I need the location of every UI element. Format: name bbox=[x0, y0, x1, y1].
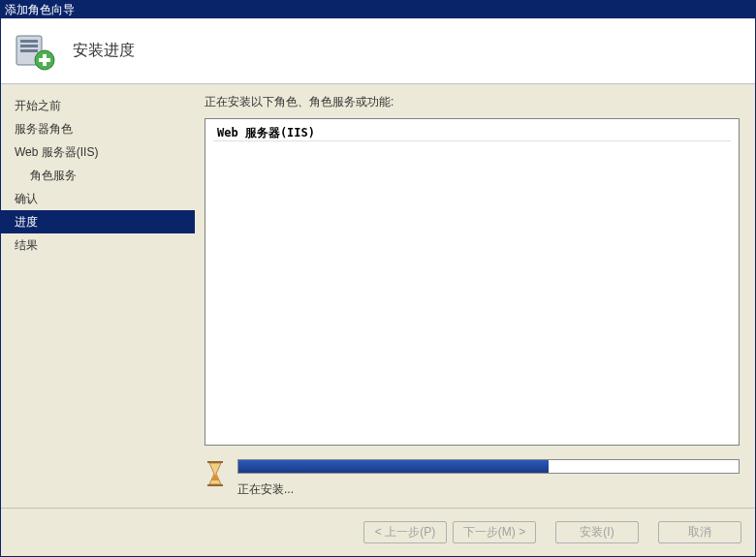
progress-status-text: 正在安装... bbox=[237, 481, 740, 498]
sidebar-item-role-services[interactable]: 角色服务 bbox=[1, 164, 195, 187]
page-title: 安装进度 bbox=[73, 41, 135, 61]
progress-stack: 正在安装... bbox=[237, 459, 740, 498]
header: 安装进度 bbox=[1, 18, 755, 84]
svg-rect-2 bbox=[20, 45, 38, 47]
sidebar-item-confirmation[interactable]: 确认 bbox=[1, 187, 195, 210]
svg-rect-6 bbox=[39, 58, 50, 62]
sidebar: 开始之前 服务器角色 Web 服务器(IIS) 角色服务 确认 进度 结果 bbox=[1, 84, 195, 508]
next-button[interactable]: 下一步(M) > bbox=[453, 521, 536, 543]
server-role-icon bbox=[13, 30, 55, 73]
cancel-button[interactable]: 取消 bbox=[658, 521, 741, 543]
progress-area: 正在安装... bbox=[205, 459, 740, 498]
footer: < 上一步(P) 下一步(M) > 安装(I) 取消 bbox=[1, 508, 755, 556]
roles-listbox: Web 服务器(IIS) bbox=[205, 118, 740, 446]
hourglass-icon bbox=[205, 460, 226, 487]
svg-rect-1 bbox=[20, 40, 38, 43]
wizard-window: 添加角色向导 安装进度 开始之前 服务器角色 Web 服务器(IIS) 角色服务… bbox=[0, 0, 756, 557]
sidebar-item-results[interactable]: 结果 bbox=[1, 233, 195, 257]
main-panel: 正在安装以下角色、角色服务或功能: Web 服务器(IIS) bbox=[195, 84, 755, 508]
content-area: 开始之前 服务器角色 Web 服务器(IIS) 角色服务 确认 进度 结果 正在… bbox=[1, 84, 755, 508]
sidebar-item-progress[interactable]: 进度 bbox=[1, 210, 195, 233]
progress-fill bbox=[238, 460, 549, 473]
divider bbox=[213, 140, 731, 141]
sidebar-item-web-server-iis[interactable]: Web 服务器(IIS) bbox=[1, 140, 195, 164]
titlebar: 添加角色向导 bbox=[1, 1, 755, 18]
previous-button[interactable]: < 上一步(P) bbox=[363, 521, 447, 543]
window-title: 添加角色向导 bbox=[5, 3, 75, 16]
sidebar-item-server-roles[interactable]: 服务器角色 bbox=[1, 117, 195, 140]
svg-rect-3 bbox=[20, 49, 38, 52]
sidebar-item-before-you-begin[interactable]: 开始之前 bbox=[1, 94, 195, 117]
install-button[interactable]: 安装(I) bbox=[555, 521, 639, 543]
main-label: 正在安装以下角色、角色服务或功能: bbox=[205, 94, 740, 110]
progress-bar bbox=[237, 459, 740, 474]
